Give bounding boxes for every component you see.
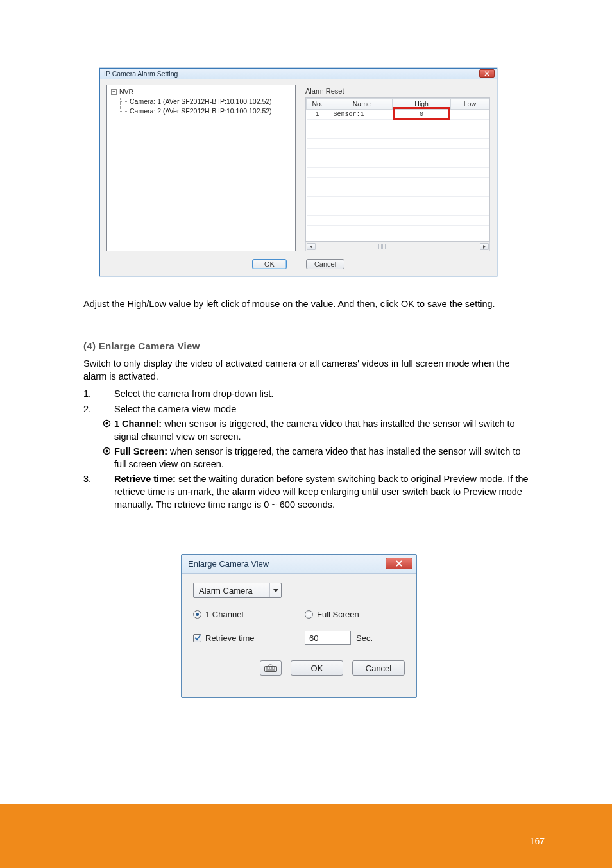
header-name: Name bbox=[328, 99, 393, 110]
list-item: 3. Retrieve time: set the waiting durati… bbox=[83, 473, 529, 511]
paragraph: Switch to only display the video of acti… bbox=[83, 358, 529, 383]
ordered-list: 1. Select the camera from drop-down list… bbox=[83, 388, 529, 513]
horizontal-scrollbar[interactable] bbox=[305, 242, 490, 251]
cell-high[interactable]: 0 bbox=[393, 110, 450, 120]
alarm-reset-label: Alarm Reset bbox=[305, 87, 344, 95]
sensor-table: No. Name High Low 1 Sensor:1 0 bbox=[306, 98, 489, 226]
collapse-icon[interactable]: − bbox=[111, 89, 117, 95]
dialog-title: Enlarge Camera View bbox=[188, 559, 269, 569]
dialog-body: Alarm Camera 1 Channel Full Screen bbox=[182, 574, 416, 683]
close-icon bbox=[484, 71, 489, 76]
list-item: 1. Select the camera from drop-down list… bbox=[83, 388, 529, 401]
check-icon bbox=[194, 635, 201, 641]
table-row[interactable]: 1 Sensor:1 0 bbox=[307, 110, 489, 120]
radio-icon bbox=[193, 610, 201, 619]
dialog-title: IP Camera Alarm Setting bbox=[104, 70, 178, 78]
radio-icon bbox=[305, 610, 313, 619]
cell-low[interactable] bbox=[450, 110, 489, 120]
retrieve-time-input[interactable]: 60 bbox=[305, 631, 351, 645]
svg-point-3 bbox=[106, 450, 108, 453]
dropdown-caret[interactable] bbox=[269, 583, 281, 597]
svg-point-1 bbox=[106, 422, 108, 425]
tree-item-camera-2[interactable]: Camera: 2 (AVer SF2012H-B IP:10.100.102.… bbox=[120, 106, 291, 116]
seconds-unit-label: Sec. bbox=[356, 633, 373, 643]
ok-button[interactable]: OK bbox=[252, 259, 287, 269]
list-subitem: Full Screen: when sensor is triggered, t… bbox=[83, 446, 529, 471]
ip-camera-alarm-setting-dialog: IP Camera Alarm Setting − NVR Camera: 1 … bbox=[99, 68, 497, 276]
header-high: High bbox=[393, 99, 450, 110]
list-subitem: 1 Channel: when sensor is triggered, the… bbox=[83, 418, 529, 443]
dialog-body: − NVR Camera: 1 (AVer SF2012H-B IP:10.10… bbox=[100, 79, 497, 276]
retrieve-time-row: Retrieve time 60 Sec. bbox=[193, 631, 405, 645]
caret-right-icon bbox=[482, 245, 486, 249]
paragraph: Adjust the High/Low value by left click … bbox=[83, 298, 529, 311]
page-footer: 167 bbox=[0, 804, 612, 868]
svg-rect-4 bbox=[265, 667, 277, 672]
list-number: 1. bbox=[83, 388, 91, 401]
bullet-odot-icon bbox=[103, 446, 111, 455]
close-button[interactable] bbox=[479, 69, 495, 78]
combo-selected-label: Alarm Camera bbox=[199, 586, 253, 596]
bullet-odot-icon bbox=[103, 419, 111, 427]
cancel-button[interactable]: Cancel bbox=[352, 660, 405, 676]
enlarge-camera-view-dialog: Enlarge Camera View Alarm Camera 1 Chann… bbox=[181, 554, 417, 698]
virtual-keyboard-button[interactable] bbox=[260, 660, 282, 676]
view-mode-row: 1 Channel Full Screen bbox=[193, 610, 405, 619]
close-icon bbox=[396, 560, 402, 567]
section-heading: (4) Enlarge Camera View bbox=[83, 340, 529, 353]
page-number: 167 bbox=[530, 836, 545, 846]
camera-tree-panel[interactable]: − NVR Camera: 1 (AVer SF2012H-B IP:10.10… bbox=[106, 85, 296, 251]
radio-1-channel[interactable]: 1 Channel bbox=[193, 610, 243, 619]
retrieve-time-checkbox[interactable]: Retrieve time bbox=[193, 633, 255, 643]
checkbox-icon bbox=[193, 634, 201, 642]
chevron-down-icon bbox=[273, 589, 278, 592]
tree-root[interactable]: − NVR bbox=[111, 88, 291, 96]
dialog-titlebar: IP Camera Alarm Setting bbox=[100, 69, 497, 79]
tree-root-label: NVR bbox=[119, 88, 133, 96]
cell-no: 1 bbox=[307, 110, 328, 120]
radio-full-screen[interactable]: Full Screen bbox=[305, 610, 359, 619]
keyboard-icon bbox=[264, 664, 277, 672]
table-header-row: No. Name High Low bbox=[307, 99, 489, 110]
scroll-right-button[interactable] bbox=[480, 243, 489, 250]
list-item: 2. Select the camera view mode bbox=[83, 403, 529, 416]
dialog-titlebar: Enlarge Camera View bbox=[182, 555, 416, 574]
ok-button[interactable]: OK bbox=[291, 660, 343, 676]
header-no: No. bbox=[307, 99, 328, 110]
scrollbar-grip-icon bbox=[378, 244, 386, 249]
caret-left-icon bbox=[309, 245, 313, 249]
scrollbar-track[interactable] bbox=[317, 243, 479, 250]
dialog-button-row: OK Cancel bbox=[100, 259, 497, 269]
cancel-button[interactable]: Cancel bbox=[306, 259, 344, 269]
tree-item-camera-1[interactable]: Camera: 1 (AVer SF2012H-B IP:10.100.102.… bbox=[120, 97, 291, 106]
list-number: 3. bbox=[83, 473, 91, 486]
list-number: 2. bbox=[83, 403, 91, 416]
cell-name: Sensor:1 bbox=[328, 110, 393, 120]
camera-select[interactable]: Alarm Camera bbox=[193, 583, 282, 598]
header-low: Low bbox=[450, 99, 489, 110]
close-button[interactable] bbox=[386, 558, 412, 569]
scroll-left-button[interactable] bbox=[307, 243, 316, 250]
dialog-button-row: OK Cancel bbox=[193, 660, 405, 676]
sensor-table-panel: No. Name High Low 1 Sensor:1 0 bbox=[305, 97, 490, 242]
